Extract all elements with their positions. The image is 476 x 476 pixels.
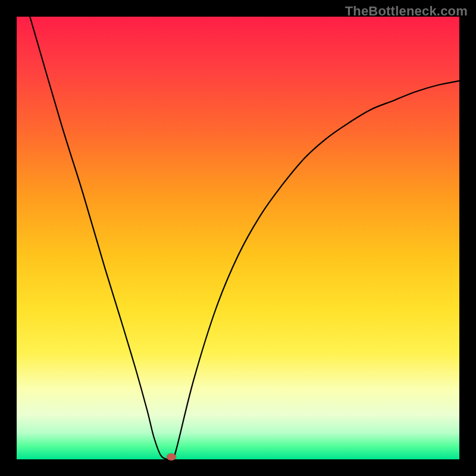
chart-frame: TheBottleneck.com [0, 0, 476, 476]
plot-area [17, 17, 459, 459]
chart-curve [17, 17, 459, 459]
optimal-point-marker [167, 453, 176, 461]
